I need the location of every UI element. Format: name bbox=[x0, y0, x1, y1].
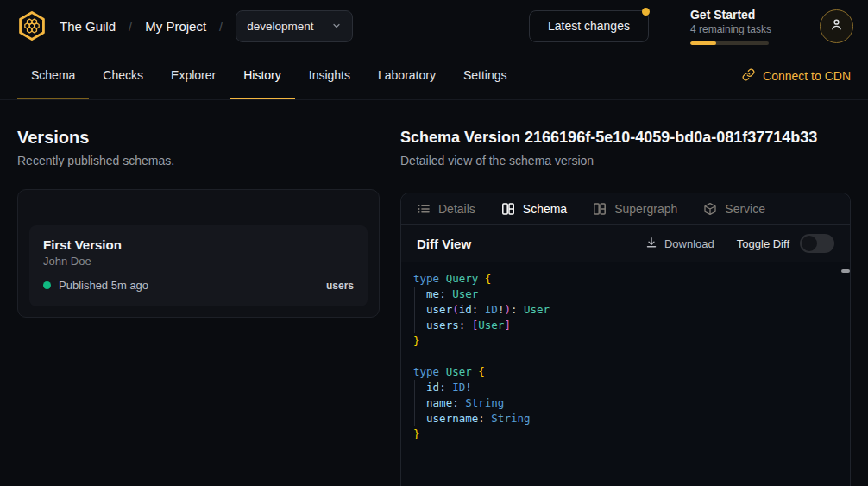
link-icon bbox=[742, 68, 755, 84]
diff-view-title: Diff View bbox=[417, 237, 471, 251]
diff-view-header: Diff View Download Toggle Diff bbox=[401, 225, 850, 262]
versions-subtitle: Recently published schemas. bbox=[17, 154, 380, 167]
connect-to-cdn-link[interactable]: Connect to CDN bbox=[742, 52, 851, 99]
schema-code-viewer: type Query { me: User user(id: ID!): Use… bbox=[401, 262, 850, 486]
main-content: Versions Recently published schemas. Fir… bbox=[0, 100, 868, 486]
versions-panel: Versions Recently published schemas. Fir… bbox=[0, 100, 400, 486]
versions-list-card: First Version John Doe Published 5m ago … bbox=[17, 189, 380, 318]
get-started-remaining-tasks: 4 remaining tasks bbox=[690, 23, 771, 36]
toggle-diff-switch[interactable] bbox=[800, 234, 834, 253]
schema-version-title: Schema Version 2166196f-5e10-4059-bd0a-0… bbox=[400, 127, 851, 148]
nav-tab-insights[interactable]: Insights bbox=[295, 52, 364, 99]
top-bar: The Guild / My Project / development Lat… bbox=[0, 0, 868, 52]
top-bar-right: Latest changes Get Started 4 remaining t… bbox=[529, 8, 853, 45]
download-icon bbox=[645, 237, 657, 251]
version-meta-row: Published 5m ago users bbox=[43, 279, 354, 292]
breadcrumb: The Guild / My Project / development bbox=[17, 9, 353, 42]
code-line: } bbox=[413, 426, 827, 442]
version-author: John Doe bbox=[43, 255, 354, 268]
guild-hive-logo-icon[interactable] bbox=[17, 9, 47, 42]
latest-changes-label: Latest changes bbox=[548, 19, 630, 33]
code-line: id: ID! bbox=[413, 380, 827, 395]
detail-tab-label: Schema bbox=[523, 202, 567, 216]
detail-tab-supergraph[interactable]: Supergraph bbox=[593, 202, 677, 216]
connect-to-cdn-label: Connect to CDN bbox=[763, 69, 851, 83]
target-selector-value: development bbox=[247, 20, 313, 33]
code-line: type User { bbox=[413, 364, 827, 380]
code-line: username: String bbox=[413, 411, 827, 426]
get-started-widget[interactable]: Get Started 4 remaining tasks bbox=[690, 8, 771, 45]
columns-icon bbox=[593, 202, 607, 216]
notification-dot bbox=[642, 8, 650, 16]
indent-guide bbox=[414, 287, 415, 333]
published-status-dot bbox=[43, 281, 51, 289]
breadcrumb-separator: / bbox=[219, 19, 223, 34]
schema-version-subtitle: Detailed view of the schema version bbox=[400, 154, 851, 167]
download-button[interactable]: Download bbox=[645, 237, 714, 251]
detail-tab-list: Details Schema Supergraph bbox=[401, 193, 850, 225]
progress-fill bbox=[690, 41, 716, 45]
switch-knob bbox=[802, 236, 817, 251]
main-nav: Schema Checks Explorer History Insights … bbox=[0, 52, 868, 100]
detail-tab-service[interactable]: Service bbox=[703, 202, 765, 216]
detail-tab-schema[interactable]: Schema bbox=[501, 202, 567, 216]
service-badge: users bbox=[326, 280, 354, 292]
code-line: user(id: ID!): User bbox=[413, 302, 827, 318]
code-line: name: String bbox=[413, 395, 827, 411]
cube-icon bbox=[703, 202, 717, 216]
chevron-down-icon bbox=[331, 21, 342, 31]
breadcrumb-project[interactable]: My Project bbox=[145, 19, 206, 34]
detail-tab-label: Supergraph bbox=[614, 202, 677, 216]
version-status: Published 5m ago bbox=[59, 279, 148, 292]
breadcrumb-separator: / bbox=[129, 19, 132, 34]
latest-changes-button[interactable]: Latest changes bbox=[529, 10, 649, 42]
nav-tab-schema[interactable]: Schema bbox=[17, 52, 89, 99]
nav-tab-settings[interactable]: Settings bbox=[450, 52, 521, 99]
diff-view-actions: Download Toggle Diff bbox=[645, 234, 834, 253]
version-list-item[interactable]: First Version John Doe Published 5m ago … bbox=[29, 225, 368, 306]
versions-title: Versions bbox=[17, 127, 380, 148]
toggle-diff-group: Toggle Diff bbox=[737, 234, 834, 253]
detail-tab-details[interactable]: Details bbox=[417, 202, 475, 216]
app-root: The Guild / My Project / development Lat… bbox=[0, 0, 868, 486]
nav-tab-list: Schema Checks Explorer History Insights … bbox=[17, 52, 521, 99]
get-started-progress-bar bbox=[690, 41, 769, 45]
code-line bbox=[413, 349, 827, 364]
code-line: me: User bbox=[413, 287, 827, 302]
nav-tab-explorer[interactable]: Explorer bbox=[157, 52, 230, 99]
code-line: } bbox=[413, 333, 827, 349]
columns-icon bbox=[501, 202, 515, 216]
list-icon bbox=[417, 202, 431, 216]
nav-tab-checks[interactable]: Checks bbox=[89, 52, 157, 99]
code-line: type Query { bbox=[413, 271, 827, 287]
nav-tab-laboratory[interactable]: Laboratory bbox=[364, 52, 450, 99]
code-scrollbar[interactable] bbox=[840, 262, 850, 486]
target-selector-dropdown[interactable]: development bbox=[236, 10, 352, 42]
schema-version-card: Details Schema Supergraph bbox=[400, 193, 851, 486]
schema-version-detail-panel: Schema Version 2166196f-5e10-4059-bd0a-0… bbox=[400, 100, 868, 486]
user-avatar-button[interactable] bbox=[820, 9, 853, 43]
person-icon bbox=[829, 17, 844, 35]
breadcrumb-organization[interactable]: The Guild bbox=[60, 19, 116, 34]
download-label: Download bbox=[664, 237, 714, 250]
toggle-diff-label: Toggle Diff bbox=[737, 237, 789, 250]
version-name: First Version bbox=[43, 237, 354, 252]
nav-tab-history[interactable]: History bbox=[230, 52, 295, 99]
detail-tab-label: Details bbox=[438, 202, 475, 216]
scrollbar-thumb[interactable] bbox=[841, 269, 850, 273]
code-block: type Query { me: User user(id: ID!): Use… bbox=[413, 271, 827, 442]
code-line: users: [User] bbox=[413, 318, 827, 333]
get-started-title: Get Started bbox=[690, 8, 771, 22]
indent-guide bbox=[414, 380, 415, 426]
detail-tab-label: Service bbox=[725, 202, 765, 216]
